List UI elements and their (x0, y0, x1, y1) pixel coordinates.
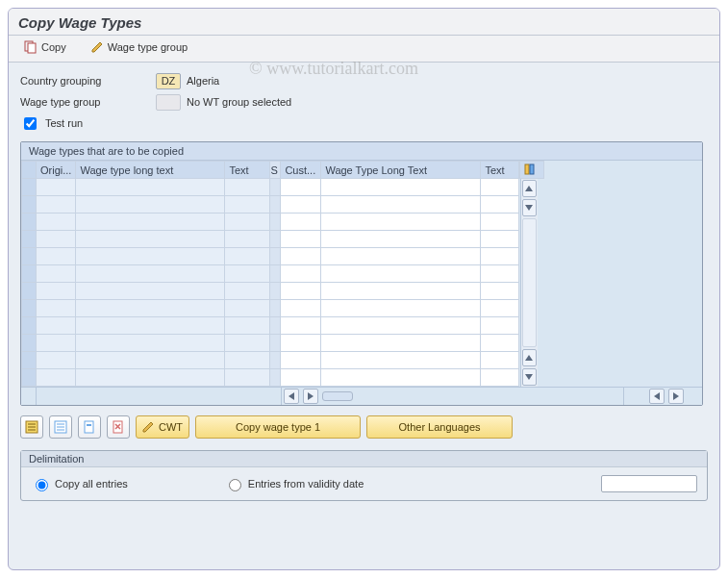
cell-wlt1[interactable] (76, 248, 225, 265)
wage-type-group-button[interactable]: Wage type group (85, 39, 193, 55)
cell-text2[interactable] (481, 369, 519, 387)
scroll-down-small-button[interactable] (522, 199, 537, 216)
cell-text2[interactable] (481, 214, 519, 231)
radio-entries-from[interactable]: Entries from validity date (224, 476, 364, 491)
cell-wlt2[interactable] (321, 196, 481, 214)
hscroll-left-b[interactable] (649, 389, 665, 404)
row-selector[interactable] (22, 179, 37, 196)
cell-s[interactable] (270, 231, 281, 248)
cell-text2[interactable] (481, 231, 519, 248)
test-run-checkbox[interactable] (24, 117, 37, 130)
cell-cust[interactable] (281, 248, 321, 265)
cell-wlt2[interactable] (321, 179, 481, 196)
cell-wlt1[interactable] (76, 265, 225, 283)
cell-text2[interactable] (481, 317, 519, 335)
cell-wlt2[interactable] (321, 214, 481, 231)
cell-origi[interactable] (37, 352, 76, 369)
copy-button[interactable]: Copy (18, 39, 72, 55)
row-selector[interactable] (22, 196, 37, 214)
cell-s[interactable] (270, 300, 281, 317)
country-grouping-input[interactable] (156, 73, 181, 89)
column-header-s[interactable]: S (270, 162, 281, 179)
cell-text1[interactable] (225, 369, 270, 387)
cell-origi[interactable] (37, 369, 76, 387)
cell-text1[interactable] (225, 352, 270, 369)
cell-wlt2[interactable] (321, 248, 481, 265)
delete-entry-button[interactable] (107, 415, 130, 439)
scroll-up-button[interactable] (522, 180, 537, 197)
cell-wlt1[interactable] (76, 196, 225, 214)
cell-s[interactable] (270, 283, 281, 300)
cell-wlt1[interactable] (76, 283, 225, 300)
cell-origi[interactable] (37, 179, 76, 196)
cell-cust[interactable] (281, 283, 321, 300)
row-selector[interactable] (22, 352, 37, 369)
cell-wlt2[interactable] (321, 369, 481, 387)
scroll-track-vertical[interactable] (522, 218, 537, 347)
cell-text1[interactable] (225, 283, 270, 300)
cell-origi[interactable] (37, 317, 76, 335)
cell-wlt1[interactable] (76, 352, 225, 369)
cell-wlt2[interactable] (321, 300, 481, 317)
hscroll-right-b[interactable] (668, 389, 684, 404)
column-header-wlt2[interactable]: Wage Type Long Text (321, 162, 481, 179)
cell-text1[interactable] (225, 196, 270, 214)
cell-text1[interactable] (225, 248, 270, 265)
cell-wlt1[interactable] (76, 335, 225, 352)
radio-copy-all[interactable]: Copy all entries (31, 476, 128, 491)
row-selector[interactable] (22, 300, 37, 317)
cell-text1[interactable] (225, 231, 270, 248)
hscroll-right-a[interactable] (303, 389, 318, 404)
cell-wlt2[interactable] (321, 231, 481, 248)
table-settings-button[interactable] (520, 162, 544, 179)
cell-text2[interactable] (481, 283, 519, 300)
cell-text2[interactable] (481, 248, 519, 265)
row-selector[interactable] (22, 231, 37, 248)
column-header-wlt1[interactable]: Wage type long text (76, 162, 225, 179)
cell-text2[interactable] (481, 352, 519, 369)
scroll-down-button[interactable] (522, 368, 537, 386)
cell-origi[interactable] (37, 283, 76, 300)
cell-cust[interactable] (281, 369, 321, 387)
column-header-text2[interactable]: Text (481, 162, 519, 179)
hscroll-thumb-a[interactable] (322, 391, 353, 401)
cell-wlt2[interactable] (321, 265, 481, 283)
row-selector[interactable] (22, 317, 37, 335)
column-header-selector[interactable] (22, 162, 37, 179)
cell-wlt2[interactable] (321, 317, 481, 335)
other-languages-button[interactable]: Other Languages (366, 415, 513, 439)
cell-text2[interactable] (481, 335, 519, 352)
radio-entries-from-input[interactable] (229, 479, 241, 491)
cell-text2[interactable] (481, 196, 519, 214)
cell-wlt1[interactable] (76, 179, 225, 196)
cell-s[interactable] (270, 248, 281, 265)
row-selector[interactable] (22, 214, 37, 231)
cell-text1[interactable] (225, 265, 270, 283)
cell-wlt1[interactable] (76, 317, 225, 335)
new-entry-button[interactable] (78, 415, 101, 439)
cell-s[interactable] (270, 196, 281, 214)
radio-copy-all-input[interactable] (36, 479, 48, 491)
cell-text1[interactable] (225, 300, 270, 317)
column-header-text1[interactable]: Text (225, 162, 270, 179)
select-all-button[interactable] (20, 415, 43, 439)
cell-cust[interactable] (281, 300, 321, 317)
cell-cust[interactable] (281, 352, 321, 369)
cell-cust[interactable] (281, 265, 321, 283)
validity-date-input[interactable] (601, 475, 697, 492)
cell-cust[interactable] (281, 335, 321, 352)
cell-s[interactable] (270, 369, 281, 387)
cell-cust[interactable] (281, 179, 321, 196)
cell-origi[interactable] (37, 231, 76, 248)
cell-origi[interactable] (37, 265, 76, 283)
column-header-origi[interactable]: Origi... (37, 162, 76, 179)
cell-cust[interactable] (281, 196, 321, 214)
cell-s[interactable] (270, 335, 281, 352)
cell-s[interactable] (270, 265, 281, 283)
cell-text2[interactable] (481, 179, 519, 196)
row-selector[interactable] (22, 248, 37, 265)
cell-s[interactable] (270, 317, 281, 335)
cell-wlt1[interactable] (76, 214, 225, 231)
cell-text1[interactable] (225, 335, 270, 352)
cell-origi[interactable] (37, 335, 76, 352)
